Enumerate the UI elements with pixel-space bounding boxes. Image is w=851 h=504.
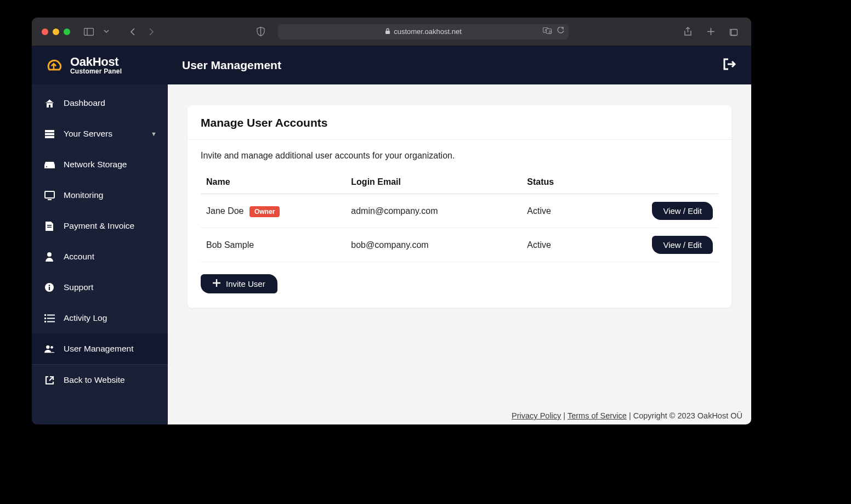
sidebar-item-label: Support — [64, 282, 93, 292]
svg-rect-0 — [84, 28, 94, 35]
sidebar-item-servers[interactable]: Your Servers ▼ — [32, 118, 168, 149]
brand-logo-icon — [43, 55, 65, 75]
window-maximize-button[interactable] — [64, 29, 70, 35]
table-row: Jane Doe Owner admin@company.com Active … — [201, 194, 718, 228]
sidebar-item-support[interactable]: Support — [32, 272, 168, 303]
sidebar-item-label: User Management — [64, 344, 134, 354]
sidebar-item-payment[interactable]: Payment & Invoice — [32, 211, 168, 241]
sidebar-item-monitoring[interactable]: Monitoring — [32, 180, 168, 211]
privacy-link[interactable]: Privacy Policy — [512, 411, 561, 420]
card-title: Manage User Accounts — [188, 105, 731, 140]
cell-status: Active — [521, 228, 604, 262]
cell-email: admin@company.com — [345, 194, 521, 228]
privacy-shield-icon[interactable] — [253, 24, 268, 39]
table-row: Bob Sample bob@company.com Active View /… — [201, 228, 718, 262]
browser-titlebar: customer.oakhost.net Aあ — [32, 18, 751, 46]
svg-point-12 — [46, 166, 47, 167]
traffic-lights — [42, 29, 70, 35]
server-icon — [44, 128, 55, 139]
svg-rect-16 — [47, 226, 52, 228]
window-close-button[interactable] — [42, 29, 48, 35]
svg-rect-10 — [45, 133, 54, 135]
svg-point-17 — [47, 252, 52, 257]
window-minimize-button[interactable] — [53, 29, 59, 35]
cell-name: Bob Sample — [201, 228, 345, 262]
manage-users-card: Manage User Accounts Invite and manage a… — [188, 105, 731, 308]
sidebar-item-storage[interactable]: Network Storage — [32, 149, 168, 180]
sidebar-item-label: Your Servers — [64, 129, 112, 139]
cell-name: Jane Doe — [206, 206, 244, 216]
new-tab-icon[interactable] — [703, 24, 718, 39]
logout-button[interactable] — [723, 58, 737, 73]
sidebar-item-label: Activity Log — [64, 313, 107, 323]
svg-text:あ: あ — [548, 30, 552, 34]
brand-subtitle: Customer Panel — [70, 68, 122, 75]
url-bar[interactable]: customer.oakhost.net Aあ — [278, 24, 569, 39]
svg-rect-24 — [47, 318, 55, 319]
sidebar-item-user-management[interactable]: User Management — [32, 333, 168, 364]
svg-rect-3 — [385, 31, 390, 34]
chevron-down-icon: ▼ — [151, 131, 157, 137]
users-table: Name Login Email Status Jane Doe — [201, 171, 718, 262]
sidebar-item-label: Network Storage — [64, 160, 127, 169]
column-email: Login Email — [345, 171, 521, 194]
sidebar-item-account[interactable]: Account — [32, 241, 168, 272]
invite-user-label: Invite User — [226, 279, 265, 288]
owner-badge: Owner — [249, 206, 280, 217]
back-button[interactable] — [125, 24, 140, 39]
footer: Privacy Policy | Terms of Service | Copy… — [168, 407, 751, 424]
card-description: Invite and manage additional user accoun… — [201, 151, 718, 161]
svg-rect-21 — [44, 314, 46, 316]
view-edit-button[interactable]: View / Edit — [652, 202, 713, 220]
invite-user-button[interactable]: Invite User — [201, 274, 277, 293]
svg-text:A: A — [544, 29, 547, 32]
brand-text: OakHost Customer Panel — [70, 55, 122, 75]
svg-rect-22 — [47, 314, 55, 315]
topbar: User Management — [168, 46, 751, 84]
page-title: User Management — [182, 59, 281, 72]
sidebar-nav: Dashboard Your Servers ▼ Network Storage — [32, 84, 168, 395]
footer-sep: | — [563, 411, 568, 420]
svg-point-27 — [46, 346, 49, 349]
sidebar-item-label: Monitoring — [64, 190, 103, 200]
external-link-icon — [44, 375, 55, 386]
svg-rect-13 — [45, 191, 54, 198]
sidebar-item-activity[interactable]: Activity Log — [32, 303, 168, 333]
sidebar-item-back-to-website[interactable]: Back to Website — [32, 365, 168, 395]
forward-button[interactable] — [144, 24, 159, 39]
chevron-down-icon[interactable] — [99, 24, 114, 39]
app-shell: OakHost Customer Panel Dashboard Your Se… — [32, 46, 751, 424]
users-icon — [44, 343, 55, 354]
translate-icon[interactable]: Aあ — [543, 27, 553, 36]
list-icon — [44, 313, 55, 324]
svg-point-19 — [49, 285, 50, 286]
home-icon — [44, 98, 55, 109]
tabs-overview-icon[interactable] — [726, 24, 741, 39]
share-icon[interactable] — [680, 24, 695, 39]
view-edit-button[interactable]: View / Edit — [652, 236, 713, 254]
cell-status: Active — [521, 194, 604, 228]
cell-email: bob@company.com — [345, 228, 521, 262]
sidebar-item-dashboard[interactable]: Dashboard — [32, 88, 168, 118]
svg-rect-9 — [45, 130, 54, 132]
svg-point-28 — [50, 346, 53, 349]
logout-icon — [723, 58, 737, 71]
invoice-icon — [44, 220, 55, 231]
footer-sep: | — [629, 411, 633, 420]
svg-rect-8 — [731, 29, 737, 35]
sidebar-item-label: Payment & Invoice — [64, 221, 134, 231]
sidebar-item-label: Dashboard — [64, 98, 105, 108]
terms-link[interactable]: Terms of Service — [568, 411, 627, 420]
lock-icon — [385, 28, 390, 36]
sidebar-toggle-icon[interactable] — [81, 24, 97, 39]
svg-rect-15 — [47, 225, 52, 226]
plus-icon — [213, 279, 220, 288]
reload-icon[interactable] — [557, 27, 564, 36]
sidebar-item-label: Back to Website — [64, 375, 125, 385]
column-status: Status — [521, 171, 604, 194]
url-text: customer.oakhost.net — [394, 27, 462, 36]
content: Manage User Accounts Invite and manage a… — [168, 84, 751, 407]
brand[interactable]: OakHost Customer Panel — [32, 46, 168, 84]
user-icon — [44, 251, 55, 262]
monitor-icon — [44, 190, 55, 201]
